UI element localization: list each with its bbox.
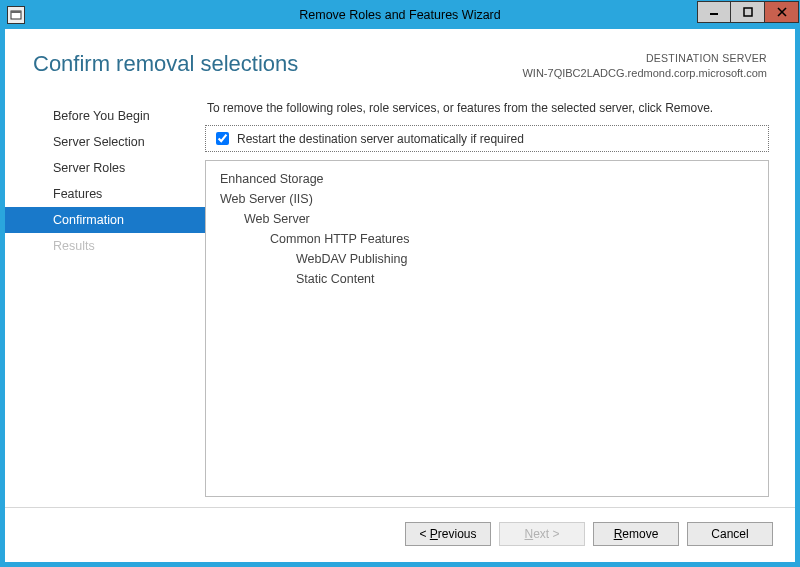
nav-item-server-roles[interactable]: Server Roles <box>5 155 205 181</box>
next-button: Next > <box>499 522 585 546</box>
list-item[interactable]: Enhanced Storage <box>216 169 758 189</box>
removal-list[interactable]: Enhanced StorageWeb Server (IIS)Web Serv… <box>205 160 769 497</box>
content-area: Confirm removal selections DESTINATION S… <box>1 29 799 566</box>
titlebar: Remove Roles and Features Wizard <box>1 1 799 29</box>
svg-rect-3 <box>744 8 752 16</box>
instruction-text: To remove the following roles, role serv… <box>207 101 769 115</box>
wizard-window: Remove Roles and Features Wizard Confirm… <box>0 0 800 567</box>
main-panel: To remove the following roles, role serv… <box>205 95 769 497</box>
destination-info: DESTINATION SERVER WIN-7QIBC2LADCG.redmo… <box>522 51 767 81</box>
list-item[interactable]: Web Server (IIS) <box>216 189 758 209</box>
app-icon <box>7 6 25 24</box>
window-buttons <box>697 1 799 29</box>
destination-label: DESTINATION SERVER <box>522 51 767 66</box>
wizard-nav: Before You BeginServer SelectionServer R… <box>5 95 205 497</box>
list-item[interactable]: Web Server <box>216 209 758 229</box>
previous-button[interactable]: < Previous <box>405 522 491 546</box>
close-button[interactable] <box>765 1 799 23</box>
list-item[interactable]: WebDAV Publishing <box>216 249 758 269</box>
footer: < Previous Next > Remove Cancel <box>5 507 795 562</box>
restart-checkbox[interactable] <box>216 132 229 145</box>
nav-item-confirmation[interactable]: Confirmation <box>5 207 205 233</box>
list-item[interactable]: Static Content <box>216 269 758 289</box>
nav-item-before-you-begin[interactable]: Before You Begin <box>5 103 205 129</box>
list-item[interactable]: Common HTTP Features <box>216 229 758 249</box>
minimize-button[interactable] <box>697 1 731 23</box>
header: Confirm removal selections DESTINATION S… <box>5 29 795 85</box>
cancel-button[interactable]: Cancel <box>687 522 773 546</box>
window-title: Remove Roles and Features Wizard <box>1 8 799 22</box>
remove-button[interactable]: Remove <box>593 522 679 546</box>
nav-item-server-selection[interactable]: Server Selection <box>5 129 205 155</box>
nav-item-results: Results <box>5 233 205 259</box>
page-title: Confirm removal selections <box>33 51 298 77</box>
nav-item-features[interactable]: Features <box>5 181 205 207</box>
destination-server: WIN-7QIBC2LADCG.redmond.corp.microsoft.c… <box>522 66 767 81</box>
restart-checkbox-row[interactable]: Restart the destination server automatic… <box>205 125 769 152</box>
maximize-button[interactable] <box>731 1 765 23</box>
svg-rect-1 <box>11 11 21 13</box>
restart-label: Restart the destination server automatic… <box>237 132 524 146</box>
body: Before You BeginServer SelectionServer R… <box>5 85 795 507</box>
